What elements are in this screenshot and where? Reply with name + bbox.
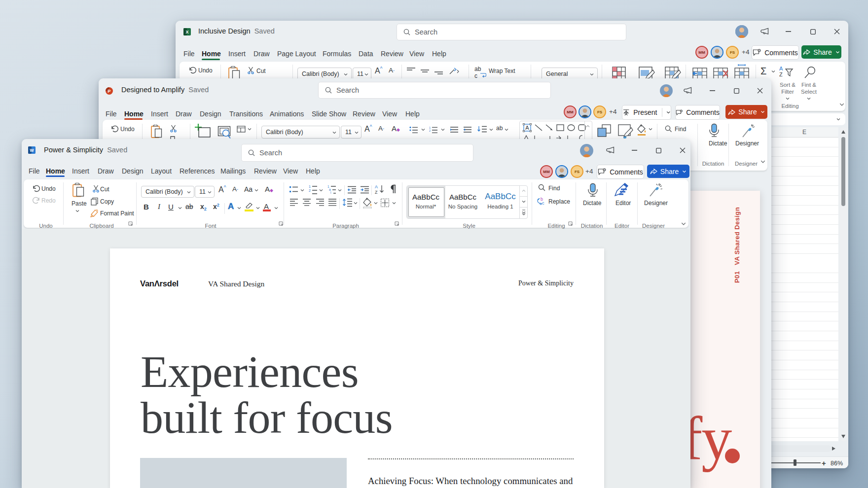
svg-text:2: 2 bbox=[429, 129, 431, 132]
svg-text:@: @ bbox=[603, 168, 606, 171]
svg-text:c: c bbox=[542, 201, 544, 206]
svg-text:1: 1 bbox=[309, 185, 311, 188]
svg-text:W: W bbox=[30, 148, 34, 153]
svg-text:P: P bbox=[108, 89, 110, 94]
svg-text:2: 2 bbox=[309, 189, 311, 192]
svg-text:Z: Z bbox=[375, 190, 378, 194]
svg-text:@: @ bbox=[680, 109, 683, 112]
svg-text:X: X bbox=[185, 30, 188, 35]
svg-text:@: @ bbox=[758, 49, 761, 52]
svg-text:A: A bbox=[375, 184, 378, 189]
svg-text:i: i bbox=[330, 191, 331, 194]
svg-text:A: A bbox=[525, 125, 529, 131]
